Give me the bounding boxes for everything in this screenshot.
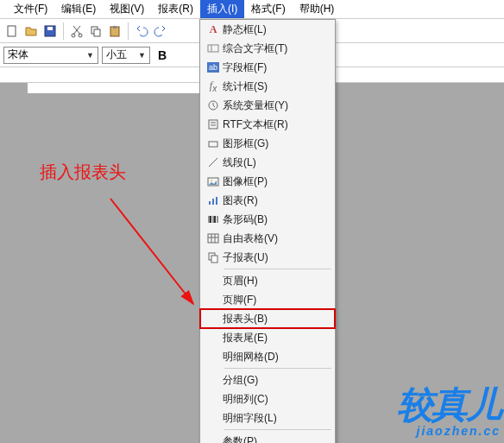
menu-file[interactable]: 文件(F) [7,0,54,18]
menu-report-header[interactable]: 报表头(B) [200,309,335,328]
annotation-label: 插入报表头 [40,161,126,184]
svg-line-17 [209,158,217,167]
menu-line[interactable]: 线段(L) [200,153,335,172]
svg-rect-22 [216,197,217,205]
menu-free-table[interactable]: 自由表格(V) [200,229,335,248]
svg-rect-20 [209,201,211,205]
text-a-icon: A [204,22,223,37]
open-icon[interactable] [22,22,40,40]
menu-stat-box[interactable]: fx统计框(S) [200,77,335,96]
menu-image-box[interactable]: 图像框(P) [200,172,335,191]
barcode-icon [204,212,223,227]
save-icon[interactable] [41,22,59,40]
menu-edit[interactable]: 编辑(E) [54,0,103,18]
svg-rect-2 [47,27,53,30]
menu-chart[interactable]: 图表(R) [200,191,335,210]
menu-barcode[interactable]: 条形码(B) [200,210,335,229]
fx-icon: fx [204,79,223,94]
svg-rect-13 [209,120,217,129]
svg-rect-6 [94,29,100,36]
ab-icon: ab [204,60,223,75]
insert-dropdown: A静态框(L) 综合文字框(T) ab字段框(F) fx统计框(S) 系统变量框… [199,19,336,443]
field-icon [204,41,223,56]
svg-rect-33 [211,256,217,263]
svg-rect-16 [209,142,217,147]
menu-view[interactable]: 视图(V) [103,0,151,18]
line-icon [204,155,223,170]
clock-icon [204,98,223,113]
menu-detail-grid[interactable]: 明细网格(D) [200,347,335,366]
menubar: 文件(F) 编辑(E) 视图(V) 报表(R) 插入(I) 格式(F) 帮助(H… [0,0,504,19]
svg-rect-28 [208,234,218,243]
rtf-icon [204,117,223,132]
menu-shape-box[interactable]: 图形框(G) [200,134,335,153]
svg-rect-8 [113,26,117,28]
menu-help[interactable]: 帮助(H) [293,0,342,18]
menu-page-footer[interactable]: 页脚(F) [200,290,335,309]
menu-field-box[interactable]: ab字段框(F) [200,58,335,77]
size-value: 小五 [106,47,127,62]
svg-rect-0 [8,26,16,36]
watermark-main: 较真儿 [397,381,501,429]
menu-separator [224,269,331,269]
bold-button[interactable]: B [154,47,171,64]
menu-insert[interactable]: 插入(I) [200,0,244,18]
svg-rect-10 [208,45,218,52]
paste-icon[interactable] [106,22,123,40]
menu-separator [224,429,331,430]
menu-composite-text[interactable]: 综合文字框(T) [200,39,335,58]
table-icon [204,231,223,246]
undo-icon[interactable] [133,22,150,40]
menu-params[interactable]: 参数(P) [200,432,335,443]
font-combo[interactable]: 宋体 ▼ [3,47,98,64]
watermark: 较真儿 jiaozhen.cc [397,381,501,438]
svg-point-19 [211,180,212,181]
new-icon[interactable] [3,22,21,40]
svg-rect-21 [212,199,214,205]
font-value: 宋体 [8,47,28,62]
image-icon [204,174,223,189]
copy-icon[interactable] [87,22,104,40]
menu-detail-field[interactable]: 明细字段(L) [200,408,335,427]
menu-detail-col[interactable]: 明细列(C) [200,389,335,408]
menu-group[interactable]: 分组(G) [200,370,335,389]
menu-sysvar-box[interactable]: 系统变量框(Y) [200,96,335,115]
chevron-down-icon: ▼ [86,51,94,60]
menu-report-footer[interactable]: 报表尾(E) [200,328,335,347]
chart-icon [204,193,223,208]
menu-page-header[interactable]: 页眉(H) [200,271,335,290]
menu-rtf-box[interactable]: RTF文本框(R) [200,115,335,134]
menu-format[interactable]: 格式(F) [244,0,292,18]
chevron-down-icon: ▼ [138,51,146,60]
cut-icon[interactable] [68,22,85,40]
page-surface [28,83,200,93]
size-combo[interactable]: 小五 ▼ [102,47,150,64]
menu-static-box[interactable]: A静态框(L) [200,20,335,39]
menu-report[interactable]: 报表(R) [151,0,200,18]
shape-icon [204,136,223,151]
menu-separator [224,368,331,369]
redo-icon[interactable] [152,22,169,40]
subreport-icon [204,250,223,265]
menu-subreport[interactable]: 子报表(U) [200,248,335,267]
